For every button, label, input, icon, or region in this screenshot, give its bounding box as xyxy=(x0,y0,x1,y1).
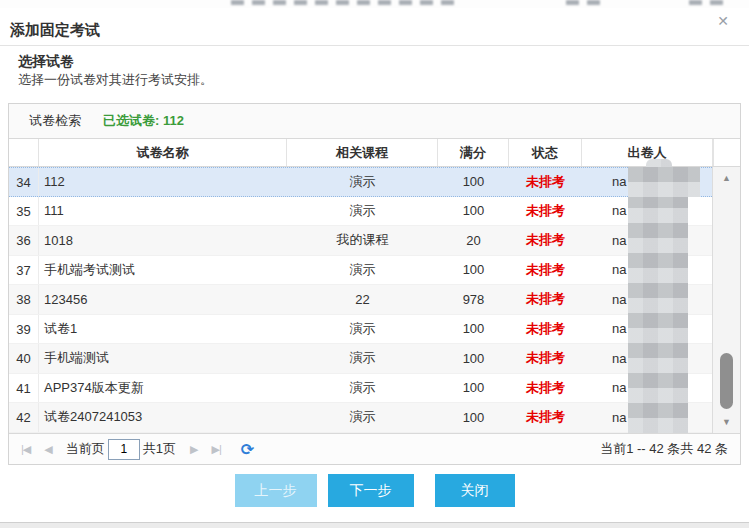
column-header[interactable] xyxy=(9,139,39,166)
creator-cell: na xyxy=(582,292,712,307)
add-fixed-exam-dialog: 添加固定考试 ✕ 选择试卷 选择一份试卷对其进行考试安排。 试卷检索 已选试卷:… xyxy=(0,8,749,523)
table-row[interactable]: 41APP374版本更新演示100未排考na xyxy=(9,374,712,404)
course-cell: 演示 xyxy=(287,261,438,279)
creator-cell: na xyxy=(582,262,712,277)
status-cell: 未排考 xyxy=(509,231,582,249)
prev-step-button[interactable]: 上一步 xyxy=(235,474,317,507)
row-number: 41 xyxy=(9,374,39,403)
refresh-icon[interactable]: ⟳ xyxy=(241,440,254,459)
status-cell: 未排考 xyxy=(509,408,582,426)
score-cell: 100 xyxy=(438,351,509,366)
course-cell: 演示 xyxy=(287,320,438,338)
background-bottom-strip xyxy=(0,523,749,528)
table-row[interactable]: 42试卷2407241053演示100未排考na xyxy=(9,403,712,433)
paper-name-cell: 试卷1 xyxy=(39,320,287,338)
table-row[interactable]: 361018我的课程20未排考na xyxy=(9,226,712,256)
row-number: 40 xyxy=(9,344,39,373)
column-header[interactable]: 满分 xyxy=(438,139,509,166)
paper-name-cell: 1018 xyxy=(39,233,287,248)
scroll-down-icon[interactable]: ▼ xyxy=(713,417,740,427)
course-cell: 演示 xyxy=(287,202,438,220)
column-header[interactable]: 试卷名称 xyxy=(39,139,287,166)
table-body-wrap: 34112演示100未排考na35111演示100未排考na361018我的课程… xyxy=(9,167,740,433)
table-row[interactable]: 34112演示100未排考na xyxy=(9,167,712,197)
paper-name-cell: APP374版本更新 xyxy=(39,379,287,397)
course-cell: 演示 xyxy=(287,173,438,191)
scroll-up-icon[interactable]: ▲ xyxy=(713,173,740,183)
creator-cell: na xyxy=(582,410,712,425)
table-row[interactable]: 40手机端测试演示100未排考na xyxy=(9,344,712,374)
dialog-footer: 上一步 下一步 关闭 xyxy=(0,474,749,507)
course-cell: 演示 xyxy=(287,349,438,367)
next-step-button[interactable]: 下一步 xyxy=(328,474,414,507)
score-cell: 100 xyxy=(438,174,509,189)
creator-cell: na xyxy=(582,380,712,395)
status-cell: 未排考 xyxy=(509,379,582,397)
creator-cell: na xyxy=(582,203,712,218)
course-cell: 演示 xyxy=(287,379,438,397)
score-cell: 978 xyxy=(438,292,509,307)
paper-name-cell: 手机端测试 xyxy=(39,349,287,367)
score-cell: 100 xyxy=(438,262,509,277)
table-body: 34112演示100未排考na35111演示100未排考na361018我的课程… xyxy=(9,167,712,433)
creator-cell: na xyxy=(582,233,712,248)
next-page-icon[interactable]: ▶ xyxy=(190,443,197,456)
score-cell: 20 xyxy=(438,233,509,248)
selected-paper-info: 已选试卷: 112 xyxy=(103,104,184,138)
first-page-icon[interactable]: |◀ xyxy=(21,443,30,456)
pagination-bar: |◀ ◀ 当前页 共1页 ▶ ▶| ⟳ 当前1 -- 42 条共 42 条 xyxy=(9,433,740,464)
vertical-scrollbar[interactable]: ▲ ▼ xyxy=(712,167,740,433)
table-row[interactable]: 37手机端考试测试演示100未排考na xyxy=(9,256,712,286)
page-number-input[interactable] xyxy=(108,439,140,460)
row-number: 38 xyxy=(9,285,39,314)
title-separator xyxy=(0,45,749,46)
row-number: 39 xyxy=(9,315,39,344)
grid-toolbar: 试卷检索 已选试卷: 112 xyxy=(9,104,740,139)
creator-cell: na xyxy=(582,321,712,336)
paper-search-toggle[interactable]: 试卷检索 xyxy=(29,104,81,138)
background-text-blur xyxy=(231,0,459,5)
scrollbar-thumb[interactable] xyxy=(720,353,733,409)
paper-name-cell: 试卷2407241053 xyxy=(39,408,287,426)
table-row[interactable]: 3812345622978未排考na xyxy=(9,285,712,315)
course-cell: 我的课程 xyxy=(287,231,438,249)
status-cell: 未排考 xyxy=(509,320,582,338)
row-number: 35 xyxy=(9,197,39,226)
last-page-icon[interactable]: ▶| xyxy=(212,443,221,456)
row-number: 37 xyxy=(9,256,39,285)
creator-cell: na xyxy=(582,174,712,189)
table-row[interactable]: 39试卷1演示100未排考na xyxy=(9,315,712,345)
course-cell: 演示 xyxy=(287,408,438,426)
column-header[interactable]: 相关课程 xyxy=(287,139,438,166)
step-description: 选择一份试卷对其进行考试安排。 xyxy=(18,71,213,89)
record-range-text: 当前1 -- 42 条共 42 条 xyxy=(600,440,728,458)
paper-grid: 试卷检索 已选试卷: 112 试卷名称相关课程满分状态出卷人 34112演示10… xyxy=(8,103,741,465)
paper-name-cell: 123456 xyxy=(39,292,287,307)
table-row[interactable]: 35111演示100未排考na xyxy=(9,197,712,227)
course-cell: 22 xyxy=(287,292,438,307)
table-header: 试卷名称相关课程满分状态出卷人 xyxy=(9,139,740,167)
creator-cell: na xyxy=(582,351,712,366)
current-page-label: 当前页 xyxy=(66,440,105,458)
score-cell: 100 xyxy=(438,410,509,425)
status-cell: 未排考 xyxy=(509,261,582,279)
background-page-strip xyxy=(0,0,749,8)
score-cell: 100 xyxy=(438,203,509,218)
dialog-title: 添加固定考试 xyxy=(10,21,100,40)
close-dialog-button[interactable]: 关闭 xyxy=(435,474,515,507)
row-number: 36 xyxy=(9,226,39,255)
score-cell: 100 xyxy=(438,321,509,336)
status-cell: 未排考 xyxy=(509,290,582,308)
row-number: 34 xyxy=(9,168,39,196)
column-header[interactable]: 状态 xyxy=(509,139,582,166)
score-cell: 100 xyxy=(438,380,509,395)
paper-name-cell: 111 xyxy=(39,203,287,218)
background-text-blur xyxy=(566,0,608,5)
status-cell: 未排考 xyxy=(509,173,582,191)
total-pages-label: 共1页 xyxy=(143,440,176,458)
row-number: 42 xyxy=(9,403,39,432)
prev-page-icon[interactable]: ◀ xyxy=(44,443,51,456)
step-heading: 选择试卷 xyxy=(18,53,74,71)
column-header[interactable]: 出卷人 xyxy=(582,139,713,166)
close-icon[interactable]: ✕ xyxy=(717,12,729,30)
